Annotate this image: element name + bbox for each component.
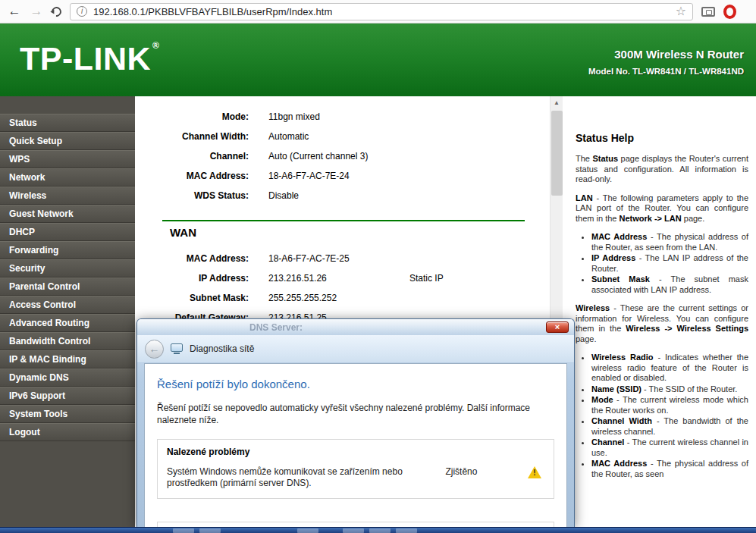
help-list-item: Subnet Mask - The subnet mask associated…: [591, 274, 748, 295]
help-list-item: Mode - The current wireless mode which t…: [591, 395, 748, 415]
sidebar-item-parental-control[interactable]: Parental Control: [0, 277, 135, 296]
help-list: Wireless Radio - Indicates whether the w…: [591, 353, 748, 479]
field-label: Subnet Mask:: [135, 288, 249, 308]
scroll-up-icon[interactable]: ▲: [551, 96, 563, 109]
sidebar-item-system-tools[interactable]: System Tools: [0, 405, 135, 423]
problem-description: Systém Windows nemůže komunikovat se zař…: [167, 466, 430, 489]
sidebar-item-logout[interactable]: Logout: [0, 423, 135, 441]
status-row: Mode:11bgn mixed: [135, 107, 563, 127]
help-paragraph: Wireless - These are the current setting…: [576, 303, 748, 344]
field-value: 213.216.51.26: [268, 273, 327, 284]
url-text[interactable]: 192.168.0.1/PKBBLVFBAYFLBILB/userRpm/Ind…: [93, 6, 670, 17]
taskbar-item[interactable]: [173, 528, 194, 533]
sidebar-item-ip-mac-binding[interactable]: IP & MAC Binding: [0, 350, 135, 368]
banner-product-info: 300M Wireless N Router Model No. TL-WR84…: [588, 48, 744, 76]
field-value: 18-A6-F7-AC-7E-24: [268, 171, 350, 181]
sidebar-item-dhcp[interactable]: DHCP: [0, 223, 135, 241]
screen: ← → i 192.168.0.1/PKBBLVFBAYFLBILB/userR…: [0, 0, 756, 533]
sidebar-item-network[interactable]: Network: [0, 168, 135, 187]
registered-mark: ®: [152, 40, 159, 51]
problems-found-header: Nalezené problémy: [167, 447, 544, 457]
help-list-item: Channel - The current wireless channel i…: [591, 437, 748, 458]
status-row: Channel Width:Automatic: [135, 127, 563, 146]
field-label: Channel Width:: [135, 127, 249, 146]
site-info-icon[interactable]: i: [77, 6, 87, 17]
sidebar-item-access-control[interactable]: Access Control: [0, 296, 135, 314]
reload-icon[interactable]: [49, 5, 63, 18]
field-value: 255.255.255.252: [268, 293, 337, 303]
help-paragraph: LAN - The following parameters apply to …: [576, 193, 748, 224]
sidebar-item-security[interactable]: Security: [0, 259, 135, 277]
section-divider: [162, 220, 525, 221]
taskbar-item[interactable]: [297, 528, 318, 533]
problems-found-box: Nalezené problémy Systém Windows nemůže …: [157, 439, 554, 499]
sidebar-item-wps[interactable]: WPS: [0, 150, 135, 168]
dialog-titlebar[interactable]: DNS Server: ×: [137, 319, 574, 335]
snapshot-camera-icon[interactable]: [701, 7, 715, 17]
taskbar-item[interactable]: [199, 528, 221, 533]
status-row: IP Address:213.216.51.26Static IP: [135, 268, 563, 288]
browser-toolbar: ← → i 192.168.0.1/PKBBLVFBAYFLBILB/userR…: [0, 0, 756, 24]
sidebar-item-wireless[interactable]: Wireless: [0, 187, 135, 205]
status-row: Subnet Mask:255.255.255.252: [135, 288, 563, 308]
router-banner: TP-LINK® 300M Wireless N Router Model No…: [0, 24, 756, 96]
windows-taskbar[interactable]: [0, 527, 756, 533]
sidebar: StatusQuick SetupWPSNetworkWirelessGuest…: [0, 96, 135, 527]
sidebar-item-dynamic-dns[interactable]: Dynamic DNS: [0, 368, 135, 387]
help-list-item: Name (SSID) - The SSID of the Router.: [591, 384, 748, 395]
network-diagnostics-dialog: DNS Server: × ← Diagnostika sítě Řešení …: [136, 318, 575, 527]
sidebar-item-guest-network[interactable]: Guest Network: [0, 205, 135, 223]
field-label: MAC Address:: [135, 166, 249, 186]
taskbar-item[interactable]: [396, 528, 417, 533]
field-value: 18-A6-F7-AC-7E-25: [268, 253, 350, 264]
help-list-item: MAC Address - The physical address of th…: [591, 459, 748, 479]
close-icon[interactable]: ×: [546, 321, 569, 333]
back-icon[interactable]: ←: [8, 4, 21, 19]
help-list: MAC Address - The physical address of th…: [591, 232, 748, 295]
sidebar-item-bandwidth-control[interactable]: Bandwidth Control: [0, 332, 135, 350]
status-row: WDS Status:Disable: [135, 186, 563, 205]
opera-logo-icon[interactable]: [723, 5, 736, 19]
scrollbar-thumb[interactable]: [551, 111, 563, 196]
help-blocks: The Status page displays the Router's cu…: [576, 154, 748, 479]
taskbar-item[interactable]: [343, 528, 364, 533]
model-number: Model No. TL-WR841N / TL-WR841ND: [588, 67, 744, 76]
problem-row: Systém Windows nemůže komunikovat se zař…: [167, 466, 544, 489]
sidebar-item-ipv6-support[interactable]: IPv6 Support: [0, 387, 135, 405]
field-value: Auto (Current channel 3): [268, 151, 368, 161]
wireless-status-rows: Mode:11bgn mixedChannel Width:AutomaticC…: [135, 107, 563, 205]
help-paragraph: The Status page displays the Router's cu…: [576, 154, 748, 185]
sidebar-item-status[interactable]: Status: [0, 114, 135, 132]
product-name: 300M Wireless N Router: [588, 48, 744, 61]
help-list-item: Channel Width - The bandwidth of the wir…: [591, 416, 748, 437]
address-bar[interactable]: i 192.168.0.1/PKBBLVFBAYFLBILB/userRpm/I…: [70, 3, 693, 20]
wan-status-rows: MAC Address:18-A6-F7-AC-7E-25IP Address:…: [135, 249, 563, 328]
warning-mark: !: [528, 469, 541, 477]
troubleshoot-result-heading: Řešení potíží bylo dokončeno.: [157, 378, 554, 390]
field-label: Channel:: [135, 146, 249, 166]
field-value: 11bgn mixed: [268, 111, 320, 122]
dialog-title: Diagnostika sítě: [190, 343, 254, 354]
bookmark-star-icon[interactable]: ☆: [676, 5, 686, 17]
status-row: MAC Address:18-A6-F7-AC-7E-24: [135, 166, 563, 186]
status-row: Channel:Auto (Current channel 3): [135, 146, 563, 166]
field-value: Automatic: [268, 131, 309, 142]
field-label: MAC Address:: [135, 249, 249, 268]
sidebar-item-forwarding[interactable]: Forwarding: [0, 241, 135, 259]
sidebar-item-advanced-routing[interactable]: Advanced Routing: [0, 314, 135, 332]
problems-list: Systém Windows nemůže komunikovat se zař…: [167, 466, 544, 489]
field-label: Mode:: [135, 107, 249, 127]
dialog-body: Řešení potíží bylo dokončeno. Řešení pot…: [144, 363, 567, 527]
wan-connection-type: Static IP: [409, 268, 444, 288]
field-value: Disable: [268, 190, 299, 201]
help-list-item: MAC Address - The physical address of th…: [591, 232, 748, 252]
dialog-back-button[interactable]: ←: [145, 340, 164, 359]
network-diagnostics-icon: [171, 343, 183, 355]
status-row: MAC Address:18-A6-F7-AC-7E-25: [135, 249, 563, 268]
sidebar-item-quick-setup[interactable]: Quick Setup: [0, 132, 135, 150]
forward-icon[interactable]: →: [30, 4, 43, 19]
tplink-logo: TP-LINK®: [20, 40, 159, 77]
sidebar-menu: StatusQuick SetupWPSNetworkWirelessGuest…: [0, 114, 135, 441]
taskbar-item[interactable]: [369, 528, 391, 533]
help-list-item: IP Address - The LAN IP address of the R…: [591, 253, 748, 274]
